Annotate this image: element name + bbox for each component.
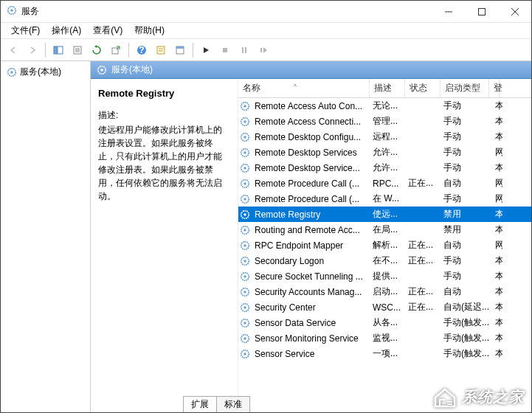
table-row[interactable]: Sensor Monitoring Service监视...手动(触发...本 [238,330,531,346]
refresh-button[interactable] [89,42,105,58]
table-row[interactable]: Remote Access Connecti...管理...手动本 [238,114,531,129]
description-label: 描述: [98,109,230,122]
cell-desc: WSC... [370,301,405,314]
column-description[interactable]: 描述 [370,79,405,97]
cell-desc: 从各... [370,315,405,330]
cell-name: Routing and Remote Acc... [252,223,370,237]
svg-rect-15 [157,46,165,54]
menu-action[interactable]: 操作(A) [47,23,86,38]
table-row[interactable]: Remote Desktop Service...允许...手动本 [238,160,531,176]
gear-icon [240,148,250,158]
panel-title: 服务(本地) [111,63,153,76]
gear-icon [240,349,250,359]
gear-icon [240,194,250,204]
cell-desc: 监视... [370,330,405,346]
cell-startup: 手动(触发... [441,346,492,361]
cell-status [405,229,441,232]
table-row[interactable]: Security Accounts Manag...启动...正在...自动本 [238,284,531,299]
svg-rect-23 [260,48,262,52]
properties-button[interactable] [69,42,86,58]
help-button[interactable]: ? [134,42,150,58]
cell-name: Remote Registry [252,208,370,221]
close-button[interactable] [498,1,531,23]
cell-logon: 网 [492,176,502,191]
cell-name: Secondary Logon [252,254,370,268]
svg-point-1 [10,9,13,12]
cell-name: Remote Procedure Call (... [252,177,370,190]
cell-logon: 本 [492,284,502,299]
cell-name: Remote Access Connecti... [252,115,370,128]
cell-name: Remote Desktop Configu... [252,131,370,144]
table-row[interactable]: Secondary Logon在不...正在...手动本 [238,253,531,268]
tab-extended[interactable]: 扩展 [183,396,217,412]
column-logon[interactable]: 登 [489,79,500,97]
cell-status: 正在... [405,253,441,268]
table-row[interactable]: Remote Desktop Configu...远程...手动本 [238,129,531,145]
table-row[interactable]: Remote Procedure Call (...RPC...正在...自动网 [238,176,531,191]
cell-startup: 自动 [441,176,492,191]
table-row[interactable]: Secure Socket Tunneling ...提供...手动本 [238,268,531,284]
gear-icon [7,67,17,77]
cell-logon: 网 [492,191,502,206]
gear-icon [240,302,250,313]
gear-icon [240,256,250,266]
table-row[interactable]: Remote Desktop Services允许...手动网 [238,145,531,160]
svg-point-35 [243,151,246,154]
svg-point-61 [243,353,246,355]
gear-icon [240,287,250,297]
gear-icon [97,65,107,75]
maximize-button[interactable] [465,1,498,23]
cell-logon: 本 [492,206,502,222]
gear-icon [240,209,250,220]
titlebar: 服务 [1,1,531,23]
menubar: 文件(F) 操作(A) 查看(V) 帮助(H) [1,23,531,39]
cell-startup: 手动(触发... [441,330,492,346]
service-list[interactable]: 名称˄ 描述 状态 启动类型 登 Remote Access Auto Con.… [238,79,531,412]
table-row[interactable]: Remote Registry使远...禁用本 [238,206,531,222]
cell-desc: 无论... [370,98,405,114]
menu-help[interactable]: 帮助(H) [130,23,169,38]
svg-point-39 [243,182,246,185]
svg-point-25 [10,71,13,74]
column-name[interactable]: 名称˄ [238,79,370,97]
properties3-button[interactable] [172,42,188,58]
minimize-button[interactable] [432,1,465,23]
cell-desc: 远程... [370,129,405,145]
table-row[interactable]: Sensor Data Service从各...手动(触发...本 [238,315,531,330]
tree-item-label: 服务(本地) [20,66,61,78]
cell-status [405,353,441,355]
toolbar: ? [1,39,531,61]
menu-file[interactable]: 文件(F) [7,23,44,38]
cell-logon: 本 [492,129,502,145]
table-row[interactable]: Remote Access Auto Con...无论...手动本 [238,98,531,114]
tab-standard[interactable]: 标准 [216,396,250,412]
cell-name: Sensor Service [252,347,370,361]
cell-status: 正在... [405,176,441,191]
svg-rect-7 [58,46,63,54]
cell-logon: 本 [492,330,502,346]
export-button[interactable] [108,42,124,58]
tree-item-services-local[interactable]: 服务(本地) [4,64,87,80]
table-row[interactable]: RPC Endpoint Mapper解析...正在...自动网 [238,237,531,253]
cell-startup: 手动 [441,253,492,268]
properties2-button[interactable] [153,42,169,58]
gear-icon [240,240,250,251]
cell-status [405,337,441,340]
cell-logon: 本 [492,346,502,361]
table-row[interactable]: Remote Procedure Call (...在 W...手动网 [238,191,531,206]
column-status[interactable]: 状态 [405,79,441,97]
menu-view[interactable]: 查看(V) [89,23,127,38]
cell-startup: 手动 [441,129,492,145]
column-startup[interactable]: 启动类型 [441,79,489,97]
table-row[interactable]: Security CenterWSC...正在...自动(延迟...本 [238,299,531,315]
gear-icon [240,178,250,189]
cell-status [405,105,441,108]
table-row[interactable]: Routing and Remote Acc...在局...禁用本 [238,222,531,237]
cell-name: Remote Procedure Call (... [252,192,370,206]
svg-point-55 [243,306,246,309]
table-row[interactable]: Sensor Service一项...手动(触发...本 [238,346,531,361]
cell-desc: 在局... [370,222,405,237]
start-service-button[interactable] [198,42,214,58]
cell-name: Secure Socket Tunneling ... [252,270,370,283]
show-hide-tree-button[interactable] [50,42,66,58]
